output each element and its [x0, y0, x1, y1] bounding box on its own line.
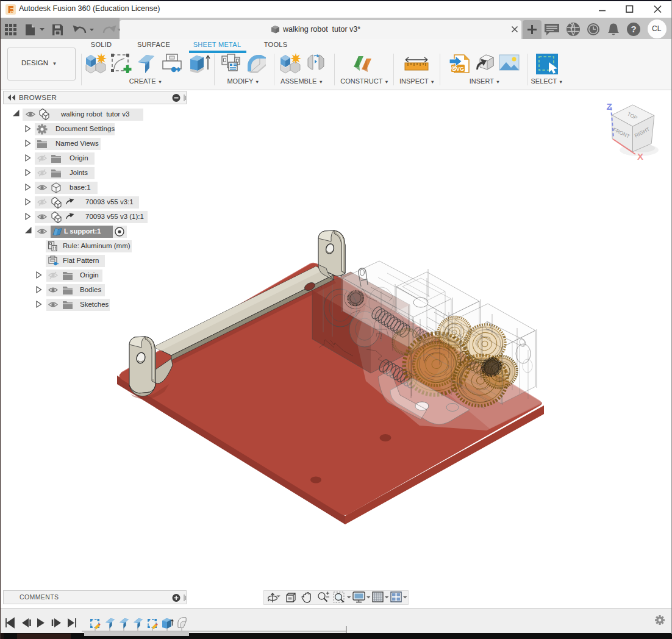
svg-text:X: X [637, 151, 643, 162]
svg-text:Z: Z [606, 101, 612, 112]
